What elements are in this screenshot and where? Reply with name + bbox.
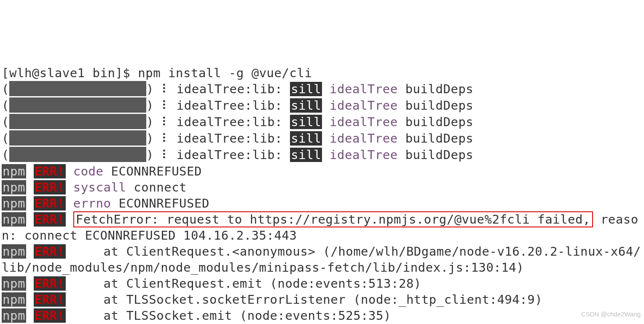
progress-line: () ⠇ idealTree:lib: sill idealTree build… [2, 130, 642, 147]
redacted-block [9, 97, 146, 113]
shell-prompt: [wlh@slave1 bin]$ [2, 66, 138, 80]
sill-badge: sill [290, 131, 322, 146]
sill-badge: sill [290, 115, 322, 129]
spinner-icon: ⠇ [161, 81, 169, 97]
redacted-block [9, 114, 146, 129]
stack-line: npm ERR! at ClientRequest.emit (node:eve… [2, 275, 642, 292]
command-line: [wlh@slave1 bin]$ npm install -g @vue/cl… [2, 65, 642, 81]
progress-line: () ⠇ idealTree:lib: sill idealTree build… [2, 97, 642, 114]
idealtree-label: idealTree [330, 148, 398, 162]
npm-badge: npm [2, 308, 26, 323]
spinner-icon: ⠇ [161, 147, 169, 163]
watermark: CSDN @chde2Wang [581, 306, 641, 322]
idealtree-label: idealTree [330, 82, 398, 96]
err-badge: ERR! [34, 292, 66, 307]
typed-command: npm install -g @vue/cli [138, 66, 312, 80]
err-badge: ERR! [34, 212, 66, 227]
npm-badge: npm [2, 292, 26, 307]
spinner-icon: ⠇ [161, 114, 169, 130]
spinner-icon: ⠇ [161, 130, 169, 146]
err-badge: ERR! [34, 180, 66, 194]
progress-line: () ⠇ idealTree:lib: sill idealTree build… [2, 114, 642, 130]
npm-badge: npm [2, 180, 26, 194]
npm-badge: npm [2, 196, 26, 211]
err-badge: ERR! [34, 308, 66, 323]
redacted-block [9, 130, 146, 146]
error-key: errno [73, 196, 111, 211]
npm-error-line: npm ERR! errno ECONNREFUSED [2, 195, 642, 211]
err-badge: ERR! [34, 196, 66, 211]
progress-line: () ⠇ idealTree:lib: sill idealTree build… [2, 147, 642, 163]
fetch-error-highlight: FetchError: request to https://registry.… [73, 211, 593, 227]
npm-badge: npm [2, 244, 26, 259]
stack-line: npm ERR! at TLSSocket.socketErrorListene… [2, 292, 642, 308]
error-key: syscall [73, 180, 126, 194]
error-key: code [73, 164, 104, 178]
fetch-error-line: npm ERR! FetchError: request to https://… [2, 211, 642, 243]
npm-badge: npm [2, 276, 26, 291]
sill-badge: sill [290, 148, 322, 162]
progress-line: () ⠇ idealTree:lib: sill idealTree build… [2, 81, 642, 97]
redacted-block [9, 81, 146, 96]
sill-badge: sill [290, 98, 322, 113]
npm-badge: npm [2, 164, 26, 178]
spinner-icon: ⠇ [161, 97, 169, 113]
idealtree-label: idealTree [330, 131, 398, 146]
err-badge: ERR! [34, 276, 66, 291]
npm-error-line: npm ERR! code ECONNREFUSED [2, 163, 642, 179]
err-badge: ERR! [34, 244, 66, 259]
err-badge: ERR! [34, 164, 66, 178]
sill-badge: sill [290, 82, 322, 96]
idealtree-label: idealTree [330, 98, 398, 113]
stack-line: npm ERR! at TLSSocket.emit (node:events:… [2, 308, 642, 324]
stack-line: npm ERR! at ClientRequest.<anonymous> (/… [2, 243, 642, 275]
idealtree-label: idealTree [330, 115, 398, 129]
npm-error-line: npm ERR! syscall connect [2, 179, 642, 195]
redacted-block [9, 147, 146, 162]
npm-badge: npm [2, 212, 26, 227]
